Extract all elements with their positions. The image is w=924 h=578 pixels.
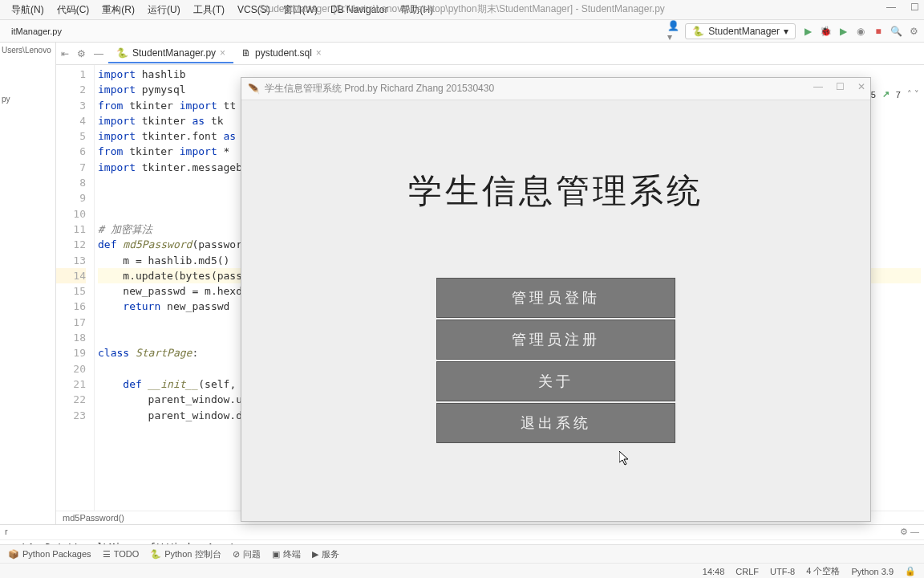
menu-help[interactable]: 帮助(H) [394, 1, 440, 19]
menu-dbnavigator[interactable]: DB Navigator [324, 2, 394, 18]
tab-label: StudentManager.py [132, 47, 216, 59]
line-gutter: 1234567891011121314151617181920212223 [56, 65, 95, 511]
python-icon: 🐍 [150, 549, 161, 560]
status-encoding[interactable]: UTF-8 [770, 567, 795, 576]
chevron-down-icon: ▾ [784, 26, 788, 37]
exit-button[interactable]: 退出系统 [436, 403, 675, 443]
typo-count: 7 [896, 90, 901, 100]
menu-vcs[interactable]: VCS(S) [231, 2, 277, 18]
menu-window[interactable]: 窗口(W) [277, 1, 324, 19]
profile-icon[interactable]: ◉ [855, 26, 866, 37]
menu-tools[interactable]: 工具(T) [187, 1, 231, 19]
toolbar: itManager.py 👤▾ 🐍 StudentManager ▾ ▶ 🐞 ▶… [0, 20, 924, 43]
status-python[interactable]: Python 3.9 [851, 567, 894, 576]
console-tab[interactable]: r [5, 527, 8, 538]
menu-code[interactable]: 代码(C) [51, 1, 96, 19]
project-path-2: py [2, 95, 54, 104]
chevron-icon: ˄ ˅ [907, 89, 919, 100]
tab-todo[interactable]: ☰ TODO [103, 549, 140, 560]
status-eol[interactable]: CRLF [736, 567, 759, 576]
sql-file-icon: 🗎 [241, 47, 251, 59]
bottom-bar: 📦 Python Packages ☰ TODO 🐍 Python 控制台 ⊘ … [0, 544, 924, 578]
tk-feather-icon: 🪶 [248, 83, 260, 95]
tab-python-console[interactable]: 🐍 Python 控制台 [150, 548, 221, 560]
gear-icon[interactable]: ⚙ [74, 48, 89, 59]
run-config-label: StudentManager [708, 26, 780, 37]
console-gear-icon[interactable]: ⚙ [900, 527, 908, 536]
tkinter-title-text: 学生信息管理系统 Prod.by Richard Zhang 201530430 [265, 82, 494, 96]
tkinter-body: 学生信息管理系统 管理员登陆 管理员注册 关于 退出系统 [241, 100, 870, 467]
tab-terminal[interactable]: ▣ 终端 [272, 548, 301, 560]
status-indent[interactable]: 4 个空格 [806, 565, 840, 577]
check-icon: ↗ [882, 89, 890, 100]
tkinter-app-window[interactable]: 🪶 学生信息管理系统 Prod.by Richard Zhang 2015304… [241, 77, 871, 522]
debug-icon[interactable]: 🐞 [820, 26, 831, 37]
terminal-icon: ▣ [272, 549, 280, 560]
close-icon[interactable]: × [316, 47, 322, 59]
tab-studentmanager[interactable]: 🐍 StudentManager.py × [108, 44, 233, 63]
status-lock-icon[interactable]: 🔒 [905, 566, 916, 576]
tab-label: pystudent.sql [255, 47, 312, 59]
search-icon[interactable]: 🔍 [890, 26, 902, 37]
tk-close-icon[interactable]: ✕ [857, 81, 865, 92]
collapse-icon[interactable]: — [89, 48, 108, 59]
run-icon[interactable]: ▶ [802, 26, 813, 37]
package-icon: 📦 [8, 549, 19, 560]
close-icon[interactable]: × [220, 47, 225, 59]
menu-nav[interactable]: 导航(N) [5, 1, 51, 19]
status-bar: 14:48 CRLF UTF-8 4 个空格 Python 3.9 🔒 [0, 563, 924, 578]
admin-login-button[interactable]: 管理员登陆 [436, 278, 675, 318]
todo-icon: ☰ [103, 549, 111, 560]
tk-maximize-icon[interactable]: ☐ [836, 81, 845, 92]
settings-icon[interactable]: ⚙ [908, 26, 919, 37]
menu-run[interactable]: 运行(U) [141, 1, 187, 19]
window-minimize-icon[interactable]: — [886, 2, 896, 13]
status-position[interactable]: 14:48 [703, 567, 725, 576]
app-heading: 学生信息管理系统 [265, 169, 846, 214]
problems-icon: ⊘ [233, 549, 240, 560]
about-button[interactable]: 关于 [436, 361, 675, 401]
stop-icon[interactable]: ■ [873, 26, 884, 37]
tab-python-packages[interactable]: 📦 Python Packages [8, 549, 91, 560]
window-maximize-icon[interactable]: ☐ [910, 2, 919, 13]
admin-register-button[interactable]: 管理员注册 [436, 320, 675, 360]
main-menu-bar: 导航(N) 代码(C) 重构(R) 运行(U) 工具(T) VCS(S) 窗口(… [0, 0, 924, 20]
console-collapse-icon[interactable]: — [910, 527, 919, 536]
tkinter-title-bar[interactable]: 🪶 学生信息管理系统 Prod.by Richard Zhang 2015304… [241, 78, 870, 100]
python-file-icon: 🐍 [116, 47, 128, 59]
tab-services[interactable]: ▶ 服务 [312, 548, 339, 560]
coverage-icon[interactable]: ▶ [837, 26, 849, 37]
run-config-selector[interactable]: 🐍 StudentManager ▾ [685, 23, 796, 39]
tab-pystudent-sql[interactable]: 🗎 pystudent.sql × [233, 44, 330, 63]
tk-minimize-icon[interactable]: — [813, 81, 823, 92]
project-collapse-icon[interactable]: ⇤ [56, 48, 74, 59]
menu-refactor[interactable]: 重构(R) [95, 1, 141, 19]
user-icon[interactable]: 👤▾ [667, 26, 679, 37]
project-path-1: Users\Lenovo [2, 46, 54, 55]
console-tab-bar: r ⚙ — [0, 524, 924, 540]
tab-problems[interactable]: ⊘ 问题 [233, 548, 261, 560]
breadcrumb-file[interactable]: itManager.py [5, 24, 68, 39]
project-pane[interactable]: Users\Lenovo py [0, 43, 56, 524]
editor-tabs: ⇤ ⚙ — 🐍 StudentManager.py × 🗎 pystudent.… [56, 43, 924, 65]
python-icon: 🐍 [692, 26, 704, 37]
services-icon: ▶ [312, 549, 318, 560]
